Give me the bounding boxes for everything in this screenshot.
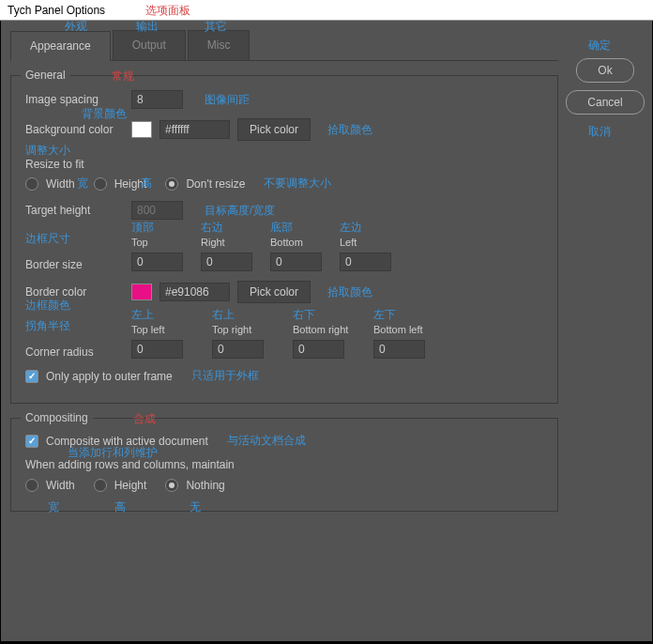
cancel-button[interactable]: Cancel <box>566 90 644 115</box>
tab-output[interactable]: Output <box>113 30 186 60</box>
hdr-tr: Top right <box>212 324 281 335</box>
hdr-right: Right <box>201 237 259 248</box>
outer-check[interactable] <box>25 370 38 383</box>
border-label: Border size <box>25 258 124 271</box>
m-nothing-radio[interactable] <box>165 479 178 492</box>
ann: 宽 <box>48 499 59 515</box>
fieldset-general: General 常规 Image spacing 图像间距 背景颜色 Backg… <box>10 75 558 404</box>
ann: 调整大小 <box>25 143 70 159</box>
m-width-radio[interactable] <box>25 479 38 492</box>
ann: 拾取颜色 <box>327 122 372 138</box>
hdr-br: Bottom right <box>293 324 362 335</box>
border-top-input[interactable] <box>131 253 183 271</box>
outer-label: Only apply to outer frame <box>46 370 173 383</box>
ann: 左上 <box>131 307 154 323</box>
ann: 顶部 <box>131 220 154 236</box>
bcolor-input[interactable] <box>159 283 230 301</box>
radius-tl-input[interactable] <box>131 340 183 359</box>
tab-appearance[interactable]: Appearance <box>10 31 111 61</box>
hdr-top: Top <box>131 237 190 248</box>
tabs: Appearance Output Misc <box>10 30 558 61</box>
border-right-input[interactable] <box>201 253 252 271</box>
ann: 常规 <box>112 69 134 84</box>
ann: 宽 <box>77 176 88 192</box>
legend-comp: Compositing <box>21 411 93 424</box>
ok-button[interactable]: Ok <box>576 58 633 83</box>
ann: 拾取颜色 <box>327 284 372 300</box>
ann-title: 选项面板 <box>145 4 190 17</box>
ann: 目标高度/宽度 <box>205 203 275 219</box>
ann: 高 <box>114 499 126 515</box>
ann: 图像间距 <box>205 92 250 108</box>
target-label: Target height <box>25 204 124 217</box>
ann: 合成 <box>133 411 156 427</box>
bcolor-label: Border color <box>25 285 124 299</box>
spacing-label: Image spacing <box>25 93 124 106</box>
m-nothing-label: Nothing <box>186 479 224 492</box>
m-height-label: Height <box>114 479 147 492</box>
m-width-label: Width <box>46 479 75 492</box>
hdr-tl: Top left <box>131 324 201 335</box>
radius-br-input[interactable] <box>293 340 344 359</box>
bgcolor-pick-button[interactable]: Pick color <box>237 118 311 141</box>
bgcolor-input[interactable] <box>159 120 230 139</box>
ann: 拐角半径 <box>25 318 70 334</box>
border-left-input[interactable] <box>340 253 391 271</box>
ann: 边框尺寸 <box>25 231 70 247</box>
ann: 无 <box>190 499 201 515</box>
bgcolor-swatch[interactable] <box>131 121 152 138</box>
resize-width-label: Width <box>46 177 75 191</box>
resize-width-radio[interactable] <box>25 177 38 191</box>
tab-misc[interactable]: Misc <box>188 30 251 60</box>
bcolor-pick-button[interactable]: Pick color <box>237 281 311 303</box>
ann: 左下 <box>373 307 396 323</box>
active-label: Composite with active document <box>46 435 208 448</box>
ann: 右上 <box>212 307 235 323</box>
ann: 左边 <box>340 220 362 236</box>
bcolor-swatch[interactable] <box>131 284 152 300</box>
ann: 不要调整大小 <box>264 176 331 192</box>
ann: 右下 <box>293 307 315 323</box>
ann: 只适用于外框 <box>191 368 259 384</box>
radius-bl-input[interactable] <box>373 340 425 359</box>
ann: 底部 <box>270 220 293 236</box>
target-input <box>131 201 183 220</box>
bgcolor-label: Background color <box>25 123 124 136</box>
ann: 确定 <box>588 38 611 54</box>
resize-height-label: Height <box>114 177 147 191</box>
hdr-left: Left <box>340 237 398 248</box>
spacing-input[interactable] <box>131 90 183 109</box>
ann: 边框颜色 <box>25 298 70 314</box>
resize-none-radio[interactable] <box>165 177 178 191</box>
hdr-bottom: Bottom <box>270 237 328 248</box>
ann: 右边 <box>201 220 223 236</box>
ann: 与活动文档合成 <box>227 433 306 449</box>
radius-tr-input[interactable] <box>212 340 264 359</box>
legend-general: General <box>21 69 70 82</box>
m-height-radio[interactable] <box>94 479 107 492</box>
resize-head: Resize to fit <box>25 158 84 171</box>
ann: 取消 <box>588 124 611 140</box>
hdr-bl: Bottom left <box>373 324 443 335</box>
resize-none-label: Don't resize <box>186 177 245 191</box>
window-title: Tych Panel Options <box>8 4 105 17</box>
radius-label: Corner radius <box>25 345 124 359</box>
active-check[interactable] <box>25 435 38 448</box>
border-bottom-input[interactable] <box>270 253 322 271</box>
fieldset-comp: Compositing 合成 Composite with active doc… <box>10 418 558 512</box>
maintain-head: When adding rows and columns, maintain <box>25 458 235 471</box>
resize-height-radio[interactable] <box>94 177 107 191</box>
